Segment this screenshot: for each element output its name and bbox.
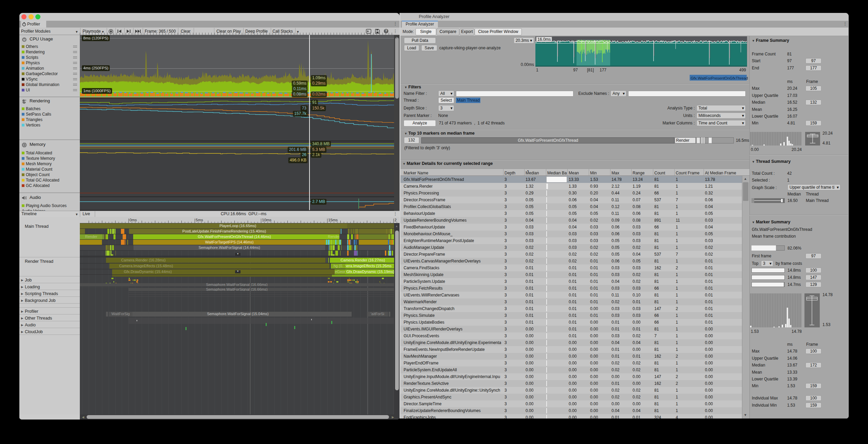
svg-text:CPU: CPU — [23, 39, 26, 41]
